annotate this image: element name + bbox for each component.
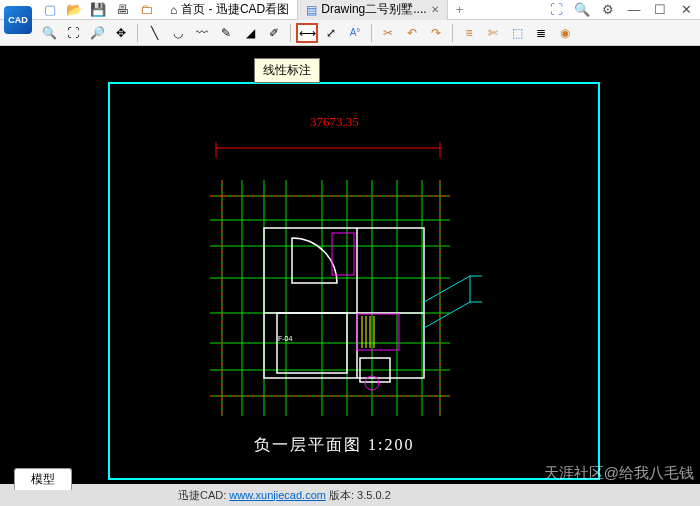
folder-icon[interactable]: 🗀 (138, 2, 154, 18)
maximize-icon[interactable]: ☐ (650, 2, 670, 18)
toolbar: 🔍 ⛶ 🔎 ✥ ╲ ◡ 〰 ✎ ◢ ✐ ⟷ ⤢ A° ✂ ↶ ↷ ≡ ✄ ⬚ ≣… (0, 20, 700, 46)
separator (290, 24, 291, 42)
trim-icon[interactable]: ✂ (377, 23, 399, 43)
zoom-fit-icon[interactable]: ⛶ (62, 23, 84, 43)
clip-icon[interactable]: ✄ (482, 23, 504, 43)
dimension-value: 37673.35 (310, 114, 359, 130)
separator (452, 24, 453, 42)
status-prefix: 迅捷CAD: (178, 489, 229, 501)
print-icon[interactable]: 🖶 (114, 2, 130, 18)
eraser-icon[interactable]: ◢ (239, 23, 261, 43)
svg-rect-30 (357, 314, 399, 350)
status-version: 版本: 3.5.0.2 (326, 489, 391, 501)
zoom-out-icon[interactable]: 🔎 (86, 23, 108, 43)
titlebar: ▢ 📂 💾 🖶 🗀 ⌂ 首页 - 迅捷CAD看图 ▤ Drawing二号别墅..… (0, 0, 700, 20)
model-tab[interactable]: 模型 (14, 468, 72, 490)
box-icon[interactable]: ⬚ (506, 23, 528, 43)
drawing-title: 负一层平面图 1:200 (254, 435, 414, 456)
redo-icon[interactable]: ↷ (425, 23, 447, 43)
separator (371, 24, 372, 42)
status-text: 迅捷CAD: www.xunjiecad.com 版本: 3.5.0.2 (178, 488, 391, 503)
edit-icon[interactable]: ✎ (215, 23, 237, 43)
zoom-in-icon[interactable]: 🔍 (38, 23, 60, 43)
line-icon[interactable]: ╲ (143, 23, 165, 43)
layer-icon[interactable]: ≡ (458, 23, 480, 43)
drawing-canvas[interactable]: 37673.35 (0, 46, 700, 484)
svg-rect-25 (264, 228, 424, 378)
svg-line-39 (424, 302, 470, 328)
home-icon: ⌂ (170, 3, 177, 17)
arc-icon[interactable]: ◡ (167, 23, 189, 43)
window-controls: ⛶ 🔍 ⚙ — ☐ ✕ (546, 2, 696, 18)
tab-bar: ⌂ 首页 - 迅捷CAD看图 ▤ Drawing二号别墅.... ✕ + (162, 0, 468, 20)
svg-text:F-04: F-04 (278, 335, 293, 342)
separator (137, 24, 138, 42)
svg-line-38 (424, 276, 470, 302)
tab-label: Drawing二号别墅.... (321, 1, 426, 18)
minimize-icon[interactable]: — (624, 2, 644, 18)
close-icon[interactable]: ✕ (431, 4, 439, 15)
floor-plan: F-04 (192, 138, 482, 438)
watermark: 天涯社区@给我八毛钱 (544, 464, 694, 483)
tab-drawing[interactable]: ▤ Drawing二号别墅.... ✕ (298, 0, 447, 20)
tooltip: 线性标注 (254, 58, 320, 83)
list-icon[interactable]: ≣ (530, 23, 552, 43)
svg-rect-37 (470, 276, 482, 302)
circle-icon[interactable]: ◉ (554, 23, 576, 43)
undo-icon[interactable]: ↶ (401, 23, 423, 43)
save-icon[interactable]: 💾 (90, 2, 106, 18)
curve-icon[interactable]: 〰 (191, 23, 213, 43)
text-icon[interactable]: ✐ (263, 23, 285, 43)
doc-icon: ▤ (306, 3, 317, 17)
gear-icon[interactable]: ⚙ (598, 2, 618, 18)
new-file-icon[interactable]: ▢ (42, 2, 58, 18)
open-file-icon[interactable]: 📂 (66, 2, 82, 18)
statusbar: 迅捷CAD: www.xunjiecad.com 版本: 3.5.0.2 (0, 484, 700, 506)
pan-icon[interactable]: ✥ (110, 23, 132, 43)
app-logo (4, 6, 32, 34)
titlebar-quick-icons: ▢ 📂 💾 🖶 🗀 (42, 2, 154, 18)
close-window-icon[interactable]: ✕ (676, 2, 696, 18)
tab-home[interactable]: ⌂ 首页 - 迅捷CAD看图 (162, 0, 298, 20)
tab-label: 首页 - 迅捷CAD看图 (181, 1, 289, 18)
expand-icon[interactable]: ⛶ (546, 2, 566, 18)
dim-linear-icon[interactable]: ⟷ (296, 23, 318, 43)
dim-align-icon[interactable]: ⤢ (320, 23, 342, 43)
search-icon[interactable]: 🔍 (572, 2, 592, 18)
annotation-icon[interactable]: A° (344, 23, 366, 43)
add-tab-icon[interactable]: + (452, 2, 468, 18)
status-link[interactable]: www.xunjiecad.com (229, 489, 326, 501)
